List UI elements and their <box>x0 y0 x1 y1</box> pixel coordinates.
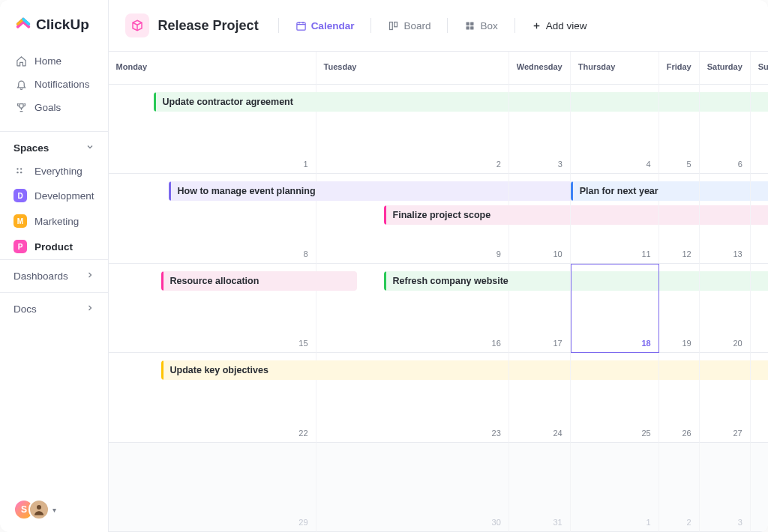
svg-point-0 <box>16 168 18 169</box>
nav-notifications[interactable]: Notifications <box>8 73 100 96</box>
calendar-cell[interactable]: 29 <box>109 443 316 532</box>
calendar-cell[interactable]: How to manage event planning 8 <box>109 174 316 263</box>
space-badge: M <box>14 214 27 228</box>
view-box[interactable]: Box <box>460 17 502 34</box>
calendar-cell[interactable]: 3 <box>509 85 571 174</box>
calendar-cell[interactable]: 4 <box>571 85 659 174</box>
main: Release Project Calendar Board <box>109 0 768 532</box>
weekday-header: Saturday <box>700 52 751 85</box>
calendar-cell-today[interactable]: 18 <box>571 264 659 353</box>
calendar-cell[interactable]: 4 <box>751 443 768 532</box>
brand-name: ClickUp <box>36 16 89 33</box>
calendar-cell[interactable]: 2 <box>659 443 700 532</box>
calendar-grid: Monday Tuesday Wednesday Thursday Friday… <box>109 52 768 532</box>
separator <box>447 18 448 33</box>
svg-rect-7 <box>394 22 398 26</box>
add-view-button[interactable]: Add view <box>527 17 592 34</box>
calendar-cell[interactable]: 19 <box>659 264 700 353</box>
svg-rect-10 <box>466 26 470 29</box>
trophy-icon <box>15 102 27 113</box>
svg-point-1 <box>20 168 22 169</box>
plus-icon <box>532 21 542 31</box>
avatar <box>28 499 50 520</box>
project-cube-icon <box>125 13 149 37</box>
view-board[interactable]: Board <box>383 17 435 34</box>
view-calendar[interactable]: Calendar <box>291 17 359 34</box>
calendar-cell[interactable]: 13 <box>700 174 751 263</box>
calendar-cell[interactable]: 20 <box>700 264 751 353</box>
weekday-header: Friday <box>659 52 700 85</box>
calendar-cell[interactable]: Finalize project scope 9 <box>316 174 509 263</box>
calendar-cell[interactable]: 6 <box>700 85 751 174</box>
grid-dots-icon <box>14 166 27 177</box>
chevron-right-icon <box>86 303 94 315</box>
user-avatars[interactable]: S ▾ <box>0 487 108 532</box>
calendar-cell[interactable]: 3 <box>700 443 751 532</box>
calendar-cell[interactable]: 17 <box>509 264 571 353</box>
spaces-header[interactable]: Spaces <box>0 131 108 160</box>
weekday-header: Tuesday <box>316 52 509 85</box>
space-everything[interactable]: Everything <box>0 160 108 183</box>
space-badge: D <box>14 189 27 202</box>
board-icon <box>388 20 399 31</box>
calendar-cell[interactable]: Refresh company website 16 <box>316 264 509 353</box>
calendar-cell[interactable]: 2 <box>316 85 509 174</box>
weekday-header: Thursday <box>571 52 659 85</box>
calendar-cell[interactable]: 5 <box>659 85 700 174</box>
calendar-cell[interactable]: Update key objectives 22 <box>109 353 316 442</box>
sidebar: ClickUp Home Notifications Goals <box>0 0 109 532</box>
weekday-header: Wednesday <box>509 52 571 85</box>
svg-rect-5 <box>297 22 305 30</box>
calendar-cell[interactable]: 25 <box>571 353 659 442</box>
calendar-cell[interactable]: Resource allocation 15 <box>109 264 316 353</box>
separator <box>278 18 279 33</box>
caret-down-icon: ▾ <box>52 506 56 514</box>
separator <box>370 18 371 33</box>
calendar-cell[interactable]: 7 <box>751 85 768 174</box>
chevron-right-icon <box>86 270 94 282</box>
calendar-icon <box>296 20 307 31</box>
box-grid-icon <box>464 20 476 31</box>
calendar-cell[interactable]: 24 <box>509 353 571 442</box>
calendar-cell[interactable]: 14 <box>751 174 768 263</box>
brand-logo: ClickUp <box>0 0 108 46</box>
weekday-header: Sunday <box>751 52 768 85</box>
brand-mark-icon <box>15 16 32 33</box>
home-icon <box>15 55 27 67</box>
calendar-cell[interactable]: 27 <box>700 353 751 442</box>
calendar-cell[interactable]: 28 <box>751 353 768 442</box>
space-product[interactable]: P Product <box>0 234 108 259</box>
space-development[interactable]: D Development <box>0 183 108 208</box>
bell-icon <box>15 79 27 90</box>
nav-home[interactable]: Home <box>8 49 100 73</box>
calendar-cell[interactable]: 23 <box>316 353 509 442</box>
calendar-cell[interactable]: 30 <box>316 443 509 532</box>
chevron-down-icon <box>86 142 94 154</box>
calendar-cell[interactable]: 10 <box>509 174 571 263</box>
topbar: Release Project Calendar Board <box>109 0 768 52</box>
space-badge: P <box>14 240 27 253</box>
calendar-cell[interactable]: 21 <box>751 264 768 353</box>
calendar-cell[interactable]: Update contractor agreement 1 <box>109 85 316 174</box>
svg-point-4 <box>37 505 41 510</box>
svg-rect-9 <box>471 22 474 25</box>
separator <box>514 18 515 33</box>
svg-rect-8 <box>466 22 470 25</box>
nav-goals[interactable]: Goals <box>8 96 100 119</box>
sidebar-docs[interactable]: Docs <box>0 292 108 325</box>
svg-rect-11 <box>471 26 474 29</box>
project-title: Release Project <box>158 18 259 34</box>
svg-point-2 <box>16 172 18 173</box>
space-marketing[interactable]: M Marketing <box>0 208 108 234</box>
calendar-cell[interactable]: 12 <box>659 174 700 263</box>
svg-rect-6 <box>390 22 393 29</box>
calendar-cell[interactable]: 26 <box>659 353 700 442</box>
calendar-cell[interactable]: Plan for next year 11 <box>571 174 659 263</box>
svg-point-3 <box>20 172 22 173</box>
weekday-header: Monday <box>109 52 316 85</box>
calendar-cell[interactable]: 1 <box>571 443 659 532</box>
sidebar-dashboards[interactable]: Dashboards <box>0 259 108 292</box>
calendar-cell[interactable]: 31 <box>509 443 571 532</box>
